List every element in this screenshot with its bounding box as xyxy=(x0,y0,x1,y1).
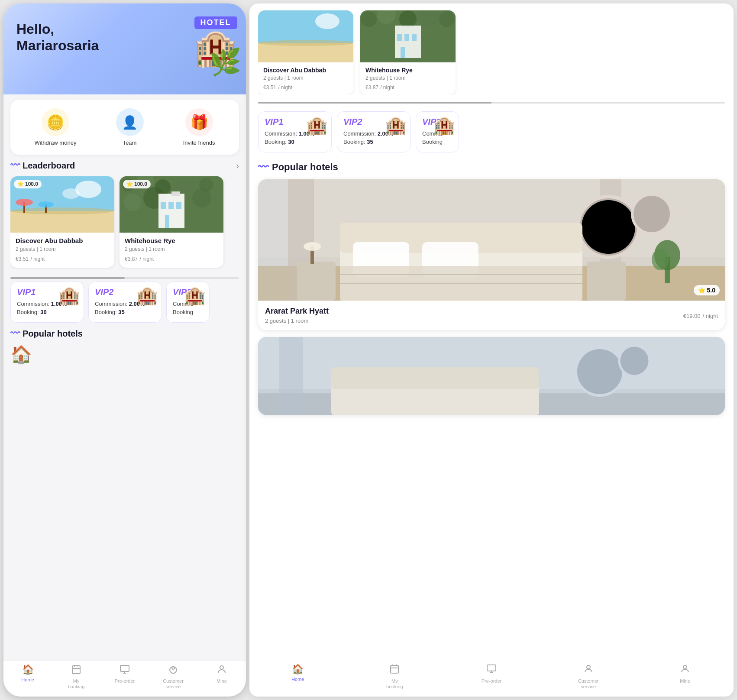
svg-point-35 xyxy=(315,13,339,29)
rating-value-1: 100.0 xyxy=(25,181,38,187)
right-hotel-img-1 xyxy=(258,10,353,62)
scroll-thumb xyxy=(10,277,125,279)
right-hotel-card-2[interactable]: Whitehouse Rye 2 guests | 1 room €3.87 /… xyxy=(360,10,456,95)
svg-rect-75 xyxy=(279,337,303,415)
svg-rect-79 xyxy=(331,367,539,389)
right-scroll-thumb xyxy=(258,102,491,104)
right-hotel-card-1[interactable]: Discover Abu Dabbab 2 guests | 1 room €3… xyxy=(258,10,353,95)
vip3-hotel-icon: 🏨 xyxy=(184,285,206,306)
ararat-price-unit: / night xyxy=(703,313,718,319)
svg-point-43 xyxy=(439,11,455,27)
right-panel: Discover Abu Dabbab 2 guests | 1 room €3… xyxy=(249,3,734,697)
right-hotel-cards-row: Discover Abu Dabbab 2 guests | 1 room €3… xyxy=(258,10,725,95)
hotel-name-2: Whitehouse Rye xyxy=(125,237,218,244)
svg-rect-44 xyxy=(395,26,421,58)
team-icon: 👤 xyxy=(116,108,144,136)
vip3-card[interactable]: VIP3 🏨 Commis Booking xyxy=(166,282,210,323)
right-vip2-commission-label: Commission: xyxy=(343,130,376,137)
home-icon-left: 🏠 xyxy=(22,664,34,675)
popular-preview: 🏠 xyxy=(10,344,239,365)
right-vip1-booking-value: 30 xyxy=(288,139,294,145)
popular-partial-card[interactable] xyxy=(258,337,725,415)
withdraw-label: Withdraw money xyxy=(35,139,77,146)
nav-home-left[interactable]: 🏠 Home xyxy=(3,664,52,690)
vip1-hotel-icon: 🏨 xyxy=(58,285,80,306)
gift-icon: 🎁 xyxy=(185,108,213,136)
right-price-val-1: €3.51 xyxy=(263,84,276,91)
nav-booking-left[interactable]: My booking xyxy=(52,664,100,690)
right-hotel-guests-1: 2 guests | 1 room xyxy=(263,75,348,81)
leaderboard-card-1[interactable]: ⭐ 100.0 Discover Abu Dabbab 2 guests | 1… xyxy=(10,176,114,268)
right-price-val-2: €3.87 xyxy=(365,84,378,91)
ararat-hotel-name: Ararat Park Hyatt xyxy=(265,307,329,316)
team-label: Team xyxy=(123,139,137,146)
star-icon-2: ⭐ xyxy=(126,181,133,187)
right-hotel-price-2: €3.87 / night xyxy=(365,83,450,91)
svg-point-4 xyxy=(10,207,114,214)
ararat-rating-badge: ⭐ 5.0 xyxy=(694,285,720,295)
nav-mine-left[interactable]: Mine xyxy=(197,664,246,690)
nav-service-right[interactable]: Customer service xyxy=(540,664,637,690)
nav-booking-label-left: My booking xyxy=(68,678,85,690)
nav-preorder-right[interactable]: Pre-order xyxy=(443,664,540,690)
right-vip3-card[interactable]: VIP3 🏨 Commis Booking xyxy=(416,111,459,152)
price-unit-1: / night xyxy=(30,256,45,262)
hotel-guests-1: 2 guests | 1 room xyxy=(16,246,109,252)
nav-preorder-left[interactable]: Pre-order xyxy=(100,664,149,690)
nav-booking-right[interactable]: My booking xyxy=(346,664,443,690)
right-vip1-commission-label: Commission: xyxy=(265,130,297,137)
invite-friends-button[interactable]: 🎁 Invite friends xyxy=(183,108,215,146)
popular-large-card-body: Ararat Park Hyatt 2 guests | 1 room €19.… xyxy=(258,301,725,330)
nav-preorder-label-left: Pre-order xyxy=(115,678,135,684)
nav-home-label-right: Home xyxy=(291,677,304,682)
nav-service-label-left: Customer service xyxy=(163,678,184,690)
svg-point-70 xyxy=(652,249,669,270)
right-vip1-card[interactable]: VIP1 🏨 Commission: 1.00% Booking: 30 xyxy=(258,111,332,152)
wave-icon: 〰 xyxy=(10,160,20,171)
svg-rect-67 xyxy=(587,262,626,301)
leaderboard-more-button[interactable]: › xyxy=(236,161,239,171)
svg-point-6 xyxy=(16,199,33,206)
nav-mine-right[interactable]: Mine xyxy=(637,664,734,690)
right-vip2-booking-label: Booking: xyxy=(343,139,365,145)
right-vip-row: VIP1 🏨 Commission: 1.00% Booking: 30 VIP… xyxy=(249,106,734,152)
ararat-rating-value: 5.0 xyxy=(707,287,715,294)
svg-rect-34 xyxy=(258,10,353,43)
rating-value-2: 100.0 xyxy=(134,181,147,187)
hotel-name-1: Discover Abu Dabbab xyxy=(16,237,109,244)
invite-label: Invite friends xyxy=(183,139,215,146)
vip1-booking-value: 30 xyxy=(40,309,46,315)
team-button[interactable]: 👤 Team xyxy=(116,108,144,146)
hero-section: Hello, Mariarosaria HOTEL 🏨 🌿 xyxy=(3,3,246,94)
right-hotel-name-2: Whitehouse Rye xyxy=(365,67,450,74)
svg-point-77 xyxy=(619,346,650,376)
right-hotel-name-1: Discover Abu Dabbab xyxy=(263,67,348,74)
vip2-card[interactable]: VIP2 🏨 Commission: 2.00% Booking: 35 xyxy=(88,282,162,323)
popular-large-card[interactable]: ⭐ 5.0 Ararat Park Hyatt 2 guests | 1 roo… xyxy=(258,179,725,330)
preorder-icon-left xyxy=(120,664,130,677)
vip1-card[interactable]: VIP1 🏨 Commission: 1.00% Booking: 30 xyxy=(10,282,84,323)
right-price-unit-1: / night xyxy=(278,84,292,91)
nav-booking-label-right: My booking xyxy=(386,678,403,690)
mine-icon-left xyxy=(217,664,227,677)
right-price-unit-2: / night xyxy=(380,84,394,91)
nav-preorder-label-right: Pre-order xyxy=(482,678,501,684)
svg-point-76 xyxy=(576,348,624,395)
withdraw-money-button[interactable]: 🪙 Withdraw money xyxy=(35,108,77,146)
ararat-hotel-guests: 2 guests | 1 room xyxy=(265,318,329,324)
right-hotel-img-2 xyxy=(360,10,456,62)
right-vip2-card[interactable]: VIP2 🏨 Commission: 2.00% Booking: 35 xyxy=(337,111,411,152)
nav-service-left[interactable]: Customer service xyxy=(149,664,197,690)
right-hotel-price-1: €3.51 / night xyxy=(263,83,348,91)
svg-rect-25 xyxy=(72,666,80,674)
mine-icon-right xyxy=(680,664,690,677)
svg-point-32 xyxy=(172,667,175,669)
scroll-indicator xyxy=(10,277,239,279)
svg-point-33 xyxy=(220,666,223,669)
nav-home-right[interactable]: 🏠 Home xyxy=(249,664,346,690)
nav-mine-label-right: Mine xyxy=(680,678,690,684)
leaderboard-card-2[interactable]: ⭐ 100.0 Whitehouse Rye 2 guests | 1 room… xyxy=(120,176,223,268)
svg-point-8 xyxy=(38,201,54,207)
popular-title-left: 〰 Popular hotels xyxy=(10,328,83,339)
vip3-booking: Booking xyxy=(173,309,203,315)
